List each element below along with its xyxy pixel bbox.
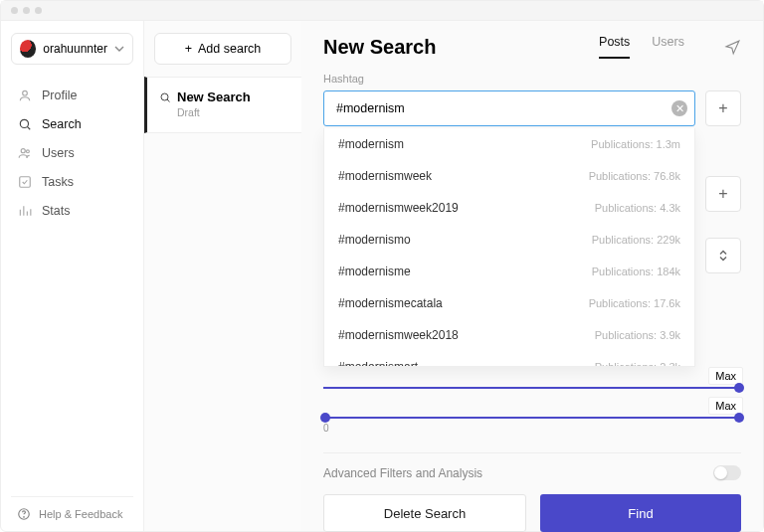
slider-handle[interactable]: [320, 413, 330, 423]
plus-icon: +: [185, 42, 192, 56]
suggestion-tag: #modernismecatala: [338, 296, 443, 310]
hashtag-input[interactable]: [323, 90, 695, 126]
search-list-panel: + Add search New Search Draft: [144, 21, 301, 531]
sidebar-item-search[interactable]: Search: [1, 109, 143, 138]
svg-point-0: [22, 90, 27, 95]
hashtag-suggestions-dropdown: #modernismPublications: 1.3m#modernismwe…: [323, 128, 695, 367]
add-search-button[interactable]: + Add search: [154, 33, 291, 65]
sidebar-item-label: Profile: [42, 89, 77, 102]
suggestion-tag: #modernismweek: [338, 169, 432, 183]
traffic-light-dot[interactable]: [11, 7, 18, 14]
sidebar-item-label: Search: [42, 117, 82, 131]
find-button[interactable]: Find: [540, 494, 741, 532]
suggestion-item[interactable]: #modernismartPublications: 2.3k: [324, 351, 694, 367]
suggestion-tag: #modernisme: [338, 265, 411, 278]
tab-posts[interactable]: Posts: [599, 35, 630, 59]
suggestion-count: Publications: 4.3k: [595, 202, 680, 214]
bar-chart-icon: [17, 203, 32, 218]
account-switcher[interactable]: orahuunnter: [11, 33, 133, 65]
suggestion-count: Publications: 2.3k: [595, 361, 680, 367]
svg-point-7: [161, 93, 168, 100]
svg-rect-4: [19, 176, 30, 187]
suggestion-count: Publications: 3.9k: [595, 329, 680, 341]
content-type-tabs: Posts Users: [599, 35, 684, 59]
suggestion-tag: #modernismo: [338, 233, 411, 247]
sidebar-item-label: Users: [42, 146, 75, 160]
suggestion-count: Publications: 1.3m: [591, 138, 680, 150]
help-feedback-link[interactable]: Help & Feedback: [11, 496, 133, 531]
suggestion-item[interactable]: #modernismweek2018Publications: 3.9k: [324, 319, 694, 351]
main-panel: New Search Posts Users Hashtag ✕ #modern…: [301, 21, 763, 531]
suggestion-item[interactable]: #modernismoPublications: 229k: [324, 224, 694, 256]
paper-plane-icon[interactable]: [724, 39, 741, 56]
add-filter-button[interactable]: +: [705, 176, 741, 212]
clear-input-button[interactable]: ✕: [671, 100, 687, 116]
sidebar-item-label: Tasks: [42, 175, 74, 189]
suggestion-count: Publications: 76.8k: [589, 170, 680, 182]
advanced-filters-toggle[interactable]: [713, 465, 741, 480]
sidebar-nav: Profile Search Users: [1, 75, 143, 231]
sidebar-item-label: Stats: [42, 204, 71, 218]
search-icon: [17, 116, 32, 131]
search-card-status: Draft: [177, 106, 289, 118]
sidebar-item-stats[interactable]: Stats: [1, 196, 143, 225]
add-search-label: Add search: [198, 42, 261, 56]
search-icon: [159, 91, 171, 103]
suggestion-tag: #modernism: [338, 137, 404, 151]
sidebar-item-profile[interactable]: Profile: [1, 81, 143, 109]
user-icon: [17, 88, 32, 102]
advanced-filters-label: Advanced Filters and Analysis: [323, 466, 482, 480]
check-square-icon: [17, 174, 32, 189]
users-icon: [17, 145, 32, 160]
suggestion-item[interactable]: #modernismPublications: 1.3m: [324, 128, 694, 160]
svg-point-3: [26, 149, 29, 152]
suggestion-item[interactable]: #modernismecatalaPublications: 17.6k: [324, 287, 694, 319]
avatar: [20, 40, 36, 58]
suggestion-tag: #modernismart: [338, 360, 418, 367]
help-label: Help & Feedback: [39, 508, 122, 520]
suggestion-count: Publications: 229k: [592, 234, 680, 246]
sidebar-item-tasks[interactable]: Tasks: [1, 167, 143, 196]
suggestion-item[interactable]: #modernismweek2019Publications: 4.3k: [324, 192, 694, 224]
sidebar: orahuunnter Profile Search: [1, 21, 144, 531]
chevron-down-icon: [114, 44, 124, 54]
window-titlebar: [1, 1, 763, 21]
add-hashtag-button[interactable]: +: [705, 90, 741, 126]
page-title: New Search: [323, 36, 436, 59]
tab-users[interactable]: Users: [652, 35, 684, 59]
suggestion-tag: #modernismweek2019: [338, 201, 459, 215]
suggestion-item[interactable]: #modernismePublications: 184k: [324, 256, 694, 287]
range-slider-2[interactable]: Max 0: [323, 417, 741, 419]
svg-point-6: [24, 517, 25, 518]
hashtag-input-wrap: ✕ #modernismPublications: 1.3m#modernism…: [323, 90, 695, 126]
search-list-item[interactable]: New Search Draft: [144, 77, 301, 133]
traffic-light-dot[interactable]: [35, 7, 42, 14]
sort-button[interactable]: [705, 238, 741, 273]
sidebar-item-users[interactable]: Users: [1, 138, 143, 167]
suggestion-item[interactable]: #modernismweekPublications: 76.8k: [324, 160, 694, 192]
range-slider-1[interactable]: Max: [323, 387, 741, 389]
suggestion-count: Publications: 17.6k: [589, 297, 680, 309]
suggestion-count: Publications: 184k: [592, 266, 680, 277]
delete-search-button[interactable]: Delete Search: [323, 494, 526, 532]
hashtag-field-label: Hashtag: [323, 73, 741, 85]
slider-min-label: 0: [323, 423, 329, 434]
svg-point-1: [20, 119, 28, 127]
help-icon: [17, 507, 31, 521]
svg-point-2: [21, 148, 25, 152]
suggestion-tag: #modernismweek2018: [338, 328, 459, 342]
account-name: orahuunnter: [43, 42, 107, 56]
slider-handle[interactable]: [734, 413, 744, 423]
slider-handle[interactable]: [734, 383, 744, 393]
traffic-light-dot[interactable]: [23, 7, 30, 14]
search-card-title: New Search: [177, 89, 251, 104]
